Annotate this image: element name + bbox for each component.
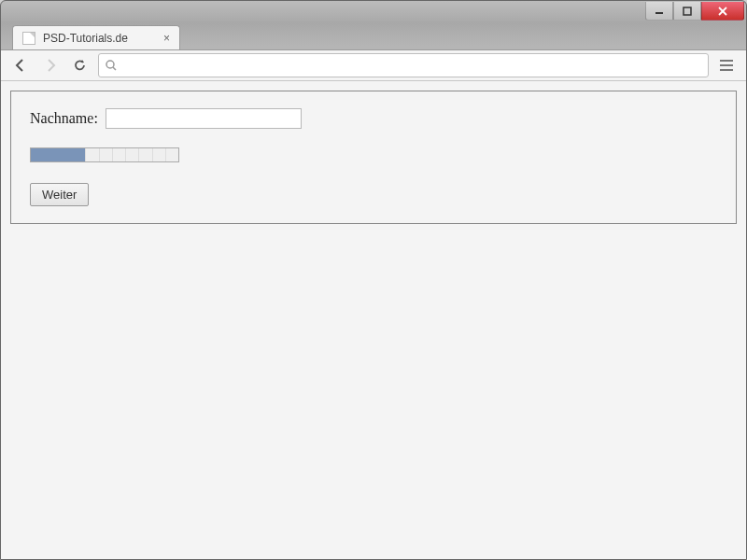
- reload-button[interactable]: [68, 53, 92, 77]
- svg-line-5: [113, 67, 116, 70]
- hamburger-icon: [720, 60, 733, 62]
- progress-fill: [31, 148, 85, 161]
- nachname-row: Nachname:: [30, 108, 717, 129]
- browser-toolbar: [1, 49, 746, 81]
- page-favicon-icon: [22, 32, 35, 45]
- tab-close-icon[interactable]: ×: [163, 32, 170, 45]
- menu-button[interactable]: [714, 53, 739, 77]
- forward-button[interactable]: [38, 53, 63, 77]
- browser-window: PSD-Tutorials.de × Nachname:: [0, 0, 747, 560]
- maximize-button[interactable]: [673, 2, 701, 21]
- arrow-right-icon: [43, 58, 58, 73]
- search-icon: [105, 59, 118, 72]
- address-bar[interactable]: [98, 53, 709, 77]
- nachname-label: Nachname:: [30, 110, 98, 127]
- reload-icon: [73, 58, 88, 73]
- minimize-button[interactable]: [645, 2, 673, 21]
- tab-title: PSD-Tutorials.de: [43, 32, 128, 45]
- arrow-left-icon: [13, 58, 28, 73]
- svg-point-4: [106, 61, 114, 68]
- nachname-input[interactable]: [106, 108, 302, 129]
- tab-strip: PSD-Tutorials.de ×: [1, 21, 746, 49]
- browser-tab[interactable]: PSD-Tutorials.de ×: [12, 25, 180, 49]
- progress-bar: [30, 147, 179, 162]
- back-button[interactable]: [8, 53, 33, 77]
- page-content: Nachname: Weiter: [1, 81, 746, 559]
- close-button[interactable]: [701, 2, 744, 21]
- svg-rect-1: [684, 7, 691, 15]
- form-card: Nachname: Weiter: [10, 91, 737, 224]
- window-controls: [645, 2, 744, 21]
- weiter-button[interactable]: Weiter: [30, 183, 89, 206]
